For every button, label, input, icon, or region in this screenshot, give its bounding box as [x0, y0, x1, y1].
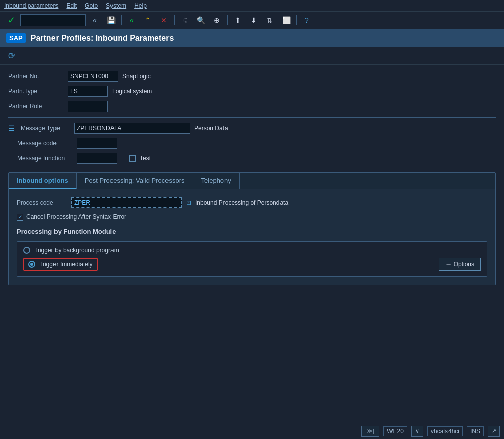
toolbar-separator-2	[174, 15, 175, 25]
cancel-processing-row: ✓ Cancel Processing After Syntax Error	[17, 213, 487, 221]
system-indicator: WE20	[383, 426, 407, 436]
upload-button[interactable]: ⬆	[231, 14, 245, 27]
divider-1	[8, 117, 496, 118]
menu-system[interactable]: System	[106, 2, 126, 9]
message-type-label: Message Type	[21, 125, 70, 132]
message-function-label: Message function	[17, 155, 73, 162]
partner-role-label: Partner Role	[8, 103, 64, 110]
command-input[interactable]	[20, 14, 86, 26]
message-type-row: ☰ Message Type Person Data	[8, 123, 496, 134]
transfer-button[interactable]: ⇅	[263, 14, 277, 27]
message-type-input[interactable]	[74, 123, 190, 134]
partn-type-label: Partn.Type	[8, 88, 64, 95]
processing-section-heading: Processing by Function Module	[17, 228, 487, 235]
test-label: Test	[140, 155, 151, 162]
print-button[interactable]: 🖨	[178, 14, 192, 27]
test-checkbox[interactable]	[129, 155, 136, 162]
partner-no-row: Partner No. SnapLogic	[8, 71, 496, 82]
search-button[interactable]: 🔍	[194, 14, 208, 27]
radio-immediately-button[interactable]	[28, 261, 35, 268]
client-indicator: vhcals4hci	[427, 426, 463, 436]
cancel-processing-label: Cancel Processing After Syntax Error	[26, 213, 126, 221]
partn-type-desc: Logical system	[112, 88, 152, 95]
search-plus-button[interactable]: ⊕	[210, 14, 224, 27]
process-code-label: Process code	[17, 199, 67, 206]
process-code-row: Process code ⊡ Inbound Processing of Per…	[17, 197, 487, 208]
save-button[interactable]: 💾	[104, 14, 118, 27]
message-code-row: Message code	[8, 138, 496, 149]
nav-skip-button[interactable]: ≫|	[361, 426, 379, 437]
message-function-row: Message function Test	[8, 153, 496, 164]
page-title: Partner Profiles: Inbound Parameters	[31, 34, 174, 43]
process-code-desc: Inbound Processing of Persondata	[195, 199, 288, 206]
message-code-label: Message code	[17, 140, 73, 147]
tab-telephony[interactable]: Telephony	[193, 173, 240, 189]
menu-bar: Inbound parameters Edit Goto System Help	[0, 0, 504, 12]
download-button[interactable]: ⬇	[247, 14, 261, 27]
partn-type-input[interactable]	[68, 86, 108, 97]
radio-background-label: Trigger by background program	[34, 247, 119, 254]
radio-immediately-row[interactable]: Trigger Immediately	[23, 258, 98, 271]
toolbar-separator-3	[227, 15, 228, 25]
help-button[interactable]: ?	[300, 14, 314, 27]
tab-inbound-options[interactable]: Inbound options	[9, 173, 77, 189]
message-function-input[interactable]	[77, 153, 117, 164]
radio-background-button[interactable]	[23, 247, 30, 254]
toolbar-separator-1	[121, 15, 122, 25]
partner-no-label: Partner No.	[8, 73, 64, 80]
tab-content-inbound: Process code ⊡ Inbound Processing of Per…	[9, 189, 495, 285]
radio-immediately-label: Trigger Immediately	[39, 261, 93, 268]
tabs-header: Inbound options Post Processing: Valid P…	[9, 173, 495, 189]
message-type-desc: Person Data	[194, 125, 228, 132]
sub-toolbar: ⟳	[0, 47, 504, 65]
main-content: Partner No. SnapLogic Partn.Type Logical…	[0, 65, 504, 291]
partner-no-desc: SnapLogic	[122, 73, 151, 80]
exit-button[interactable]: ↗	[488, 426, 500, 437]
partner-no-input[interactable]	[68, 71, 118, 82]
message-type-icon: ☰	[8, 124, 15, 132]
refresh-button[interactable]: ⟳	[4, 49, 18, 62]
toolbar-separator-4	[296, 15, 297, 25]
process-code-input[interactable]	[71, 197, 182, 208]
radio-group: Trigger by background program Trigger Im…	[17, 241, 487, 277]
message-code-input[interactable]	[77, 138, 117, 149]
confirm-button[interactable]: ✓	[4, 14, 18, 27]
back-nav-button[interactable]: «	[88, 14, 102, 27]
radio-background-row: Trigger by background program	[23, 247, 481, 254]
cancel-processing-checkbox[interactable]: ✓	[17, 214, 23, 221]
partner-role-row: Partner Role	[8, 101, 496, 112]
sap-logo: SAP	[6, 33, 26, 43]
title-bar: SAP Partner Profiles: Inbound Parameters	[0, 29, 504, 47]
menu-inbound-parameters[interactable]: Inbound parameters	[4, 2, 58, 9]
prev-nav-button[interactable]: ⌃	[141, 14, 155, 27]
process-code-link-icon[interactable]: ⊡	[186, 199, 191, 206]
toolbar: ✓ « 💾 « ⌃ ✕ 🖨 🔍 ⊕ ⬆ ⬇ ⇅ ⬜ ?	[0, 12, 504, 29]
partner-role-input[interactable]	[68, 101, 108, 112]
partn-type-row: Partn.Type Logical system	[8, 86, 496, 97]
menu-help[interactable]: Help	[134, 2, 147, 9]
cancel-button[interactable]: ✕	[157, 14, 171, 27]
system-dropdown-button[interactable]: ∨	[411, 426, 423, 437]
menu-goto[interactable]: Goto	[85, 2, 98, 9]
tab-post-processing[interactable]: Post Processing: Valid Processors	[77, 173, 193, 189]
mode-indicator: INS	[467, 426, 484, 436]
first-nav-button[interactable]: «	[125, 14, 139, 27]
menu-edit[interactable]: Edit	[66, 2, 77, 9]
options-button[interactable]: → Options	[439, 258, 481, 271]
tabs-container: Inbound options Post Processing: Valid P…	[8, 172, 496, 285]
monitor-button[interactable]: ⬜	[279, 14, 293, 27]
status-bar: ≫| WE20 ∨ vhcals4hci INS ↗	[0, 423, 504, 439]
